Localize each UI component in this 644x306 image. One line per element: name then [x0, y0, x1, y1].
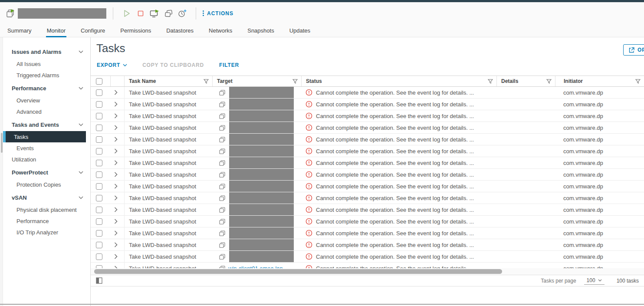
expand-row-button[interactable]: [110, 134, 124, 145]
sidebar-item-performance[interactable]: Performance: [3, 82, 90, 94]
open-in-new-window-button[interactable]: OP: [623, 44, 644, 56]
table-row[interactable]: Take LWD-based snapshot: [91, 145, 644, 157]
table-row[interactable]: Take LWD-based snapshot: [91, 134, 644, 145]
status-cell: Cannot complete the operation. See the e…: [301, 169, 496, 180]
row-checkbox[interactable]: [96, 148, 102, 155]
row-checkbox[interactable]: [96, 171, 102, 178]
expand-row-button[interactable]: [110, 169, 124, 180]
expand-row-button[interactable]: [110, 251, 124, 262]
sidebar-item-tasks-and-events[interactable]: Tasks and Events: [3, 119, 90, 130]
sidebar-item-events[interactable]: Events: [3, 142, 90, 154]
tab-summary[interactable]: Summary: [7, 24, 33, 37]
filter-funnel-icon[interactable]: [546, 79, 552, 84]
expand-row-button[interactable]: [110, 145, 124, 157]
table-row[interactable]: Take LWD-based snapshot: [91, 251, 644, 263]
sidebar-item-utilization[interactable]: Utilization: [3, 154, 90, 165]
row-checkbox[interactable]: [96, 265, 102, 269]
expand-row-button[interactable]: [110, 122, 124, 133]
sidebar-item-vsan[interactable]: vSAN: [3, 192, 90, 203]
expand-row-button[interactable]: [110, 263, 124, 268]
table-row[interactable]: Take LWD-based snapshot: [91, 204, 644, 216]
details-cell: [496, 99, 555, 110]
sidebar-item-protection-copies[interactable]: Protection Copies: [3, 179, 90, 190]
row-checkbox[interactable]: [96, 230, 102, 237]
filter-funnel-icon[interactable]: [204, 79, 209, 84]
row-checkbox[interactable]: [96, 242, 102, 248]
per-page-select[interactable]: 100: [584, 276, 605, 285]
expand-row-button[interactable]: [110, 99, 124, 110]
sidebar-item-advanced[interactable]: Advanced: [3, 106, 90, 117]
tab-datastores[interactable]: Datastores: [165, 24, 194, 37]
expand-row-button[interactable]: [110, 216, 124, 227]
filter-button[interactable]: FILTER: [219, 62, 239, 68]
row-checkbox[interactable]: [96, 89, 102, 96]
sidebar-item-performance[interactable]: Performance: [3, 215, 90, 227]
sidebar-item-powerprotect[interactable]: PowerProtect: [3, 167, 90, 178]
expand-row-button[interactable]: [110, 239, 124, 250]
row-checkbox[interactable]: [96, 125, 102, 131]
migrate-button[interactable]: [163, 8, 174, 19]
copy-to-clipboard-button[interactable]: COPY TO CLIPBOARD: [142, 62, 204, 68]
table-row[interactable]: Take LWD-based snapshot: [91, 99, 644, 110]
sidebar-item-triggered-alarms[interactable]: Triggered Alarms: [3, 69, 90, 81]
sidebar-item-physical-disk-placement[interactable]: Physical disk placement: [3, 204, 90, 215]
export-button[interactable]: EXPORT: [97, 62, 127, 68]
actions-menu-button[interactable]: ACTIONS: [203, 10, 233, 16]
table-row[interactable]: Take LWD-based snapshot: [91, 192, 644, 204]
table-row[interactable]: Take LWD-based snapshot: [91, 181, 644, 192]
launch-console-button[interactable]: [149, 8, 160, 19]
row-checkbox[interactable]: [96, 101, 102, 108]
row-checkbox[interactable]: [96, 218, 102, 225]
sidebar-item-i-o-trip-analyzer[interactable]: I/O Trip Analyzer: [3, 227, 90, 238]
tab-updates[interactable]: Updates: [289, 24, 311, 37]
target-redaction: [229, 239, 294, 250]
nav-scrollbar-thumb[interactable]: [1, 133, 3, 153]
expand-row-button[interactable]: [110, 227, 124, 239]
row-checkbox[interactable]: [96, 136, 102, 143]
tab-permissions[interactable]: Permissions: [119, 24, 152, 37]
filter-funnel-icon[interactable]: [635, 79, 641, 84]
initiator-cell: com.vmware.dp: [555, 216, 644, 227]
expand-row-button[interactable]: [110, 192, 124, 204]
row-checkbox[interactable]: [96, 207, 102, 213]
table-row[interactable]: Take LWD-based snapshot: [91, 122, 644, 134]
sidebar-item-all-issues[interactable]: All Issues: [3, 58, 90, 69]
power-off-button[interactable]: [135, 8, 146, 19]
vm-icon: [219, 90, 225, 95]
power-on-button[interactable]: [121, 8, 132, 19]
table-row[interactable]: Take LWD-based snapshot win-client01.eme…: [91, 263, 644, 268]
tab-networks[interactable]: Networks: [208, 24, 233, 37]
column-picker-button[interactable]: [96, 277, 102, 284]
target-link[interactable]: win-client01.emea.lan: [228, 265, 283, 269]
table-row[interactable]: Take LWD-based snapshot: [91, 157, 644, 169]
table-row[interactable]: Take LWD-based snapshot: [91, 239, 644, 251]
tab-snapshots[interactable]: Snapshots: [246, 24, 275, 37]
table-row[interactable]: Take LWD-based snapshot: [91, 227, 644, 239]
table-row[interactable]: Take LWD-based snapshot: [91, 110, 644, 122]
row-checkbox[interactable]: [96, 195, 102, 201]
expand-row-button[interactable]: [110, 87, 124, 98]
row-checkbox[interactable]: [96, 160, 102, 166]
filter-funnel-icon[interactable]: [292, 79, 298, 84]
expand-row-button[interactable]: [110, 204, 124, 215]
table-row[interactable]: Take LWD-based snapshot: [91, 169, 644, 181]
select-all-checkbox[interactable]: [96, 78, 102, 85]
target-redaction: [229, 134, 294, 145]
sidebar-item-tasks[interactable]: Tasks: [3, 131, 86, 142]
filter-funnel-icon[interactable]: [488, 79, 493, 84]
row-checkbox[interactable]: [96, 183, 102, 190]
expand-row-button[interactable]: [110, 157, 124, 168]
take-snapshot-button[interactable]: [177, 8, 188, 19]
sidebar-item-overview[interactable]: Overview: [3, 95, 90, 106]
tab-configure[interactable]: Configure: [80, 24, 106, 37]
row-checkbox[interactable]: [96, 253, 102, 260]
row-checkbox[interactable]: [96, 113, 102, 119]
horizontal-scrollbar-thumb[interactable]: [94, 269, 502, 274]
sidebar-item-issues-and-alarms[interactable]: Issues and Alarms: [3, 46, 90, 57]
table-row[interactable]: Take LWD-based snapshot: [91, 216, 644, 227]
expand-row-button[interactable]: [110, 110, 124, 122]
kebab-icon: [203, 10, 204, 16]
tab-monitor[interactable]: Monitor: [46, 24, 66, 37]
table-row[interactable]: Take LWD-based snapshot: [91, 87, 644, 99]
expand-row-button[interactable]: [110, 181, 124, 192]
